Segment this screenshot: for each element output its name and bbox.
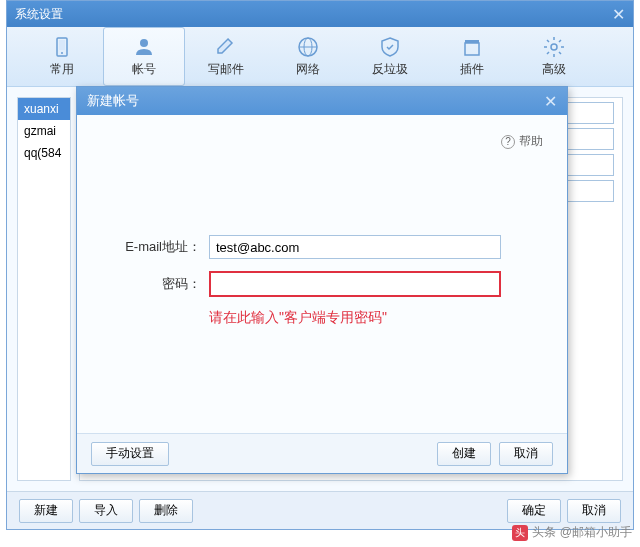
tab-plugins[interactable]: 插件 <box>431 27 513 86</box>
account-list[interactable]: xuanxi gzmai qq(584 <box>17 97 71 481</box>
help-icon: ? <box>501 135 515 149</box>
tab-network[interactable]: 网络 <box>267 27 349 86</box>
dialog-footer: 手动设置 创建 取消 <box>77 433 567 473</box>
dialog-title: 新建帐号 <box>87 92 139 110</box>
password-label: 密码： <box>101 275 201 293</box>
svg-rect-1 <box>59 40 65 50</box>
delete-button[interactable]: 删除 <box>139 499 193 523</box>
modal-cancel-button[interactable]: 取消 <box>499 442 553 466</box>
email-input[interactable] <box>209 235 501 259</box>
tab-compose[interactable]: 写邮件 <box>185 27 267 86</box>
phone-icon <box>50 35 74 59</box>
svg-rect-8 <box>465 40 479 43</box>
account-item[interactable]: qq(584 <box>18 142 70 164</box>
window-close-button[interactable]: ✕ <box>612 5 625 24</box>
help-label: 帮助 <box>519 133 543 150</box>
shield-icon <box>378 35 402 59</box>
help-link[interactable]: ? 帮助 <box>501 133 543 150</box>
cancel-button[interactable]: 取消 <box>567 499 621 523</box>
password-hint: 请在此输入"客户端专用密码" <box>209 309 501 327</box>
tab-account[interactable]: 帐号 <box>103 27 185 86</box>
compose-icon <box>214 35 238 59</box>
window-title: 系统设置 <box>15 6 63 23</box>
password-input[interactable] <box>209 271 501 297</box>
dialog-close-button[interactable]: ✕ <box>544 92 557 111</box>
globe-icon <box>296 35 320 59</box>
watermark: 头 头条 @邮箱小助手 <box>512 524 632 541</box>
svg-point-3 <box>140 39 148 47</box>
tab-label: 高级 <box>542 61 566 78</box>
account-item[interactable]: xuanxi <box>18 98 70 120</box>
dialog-body: ? 帮助 E-mail地址： 密码： 请在此输入"客户端专用密码" <box>77 115 567 433</box>
tab-label: 写邮件 <box>208 61 244 78</box>
svg-point-2 <box>61 52 63 54</box>
tab-general[interactable]: 常用 <box>21 27 103 86</box>
import-button[interactable]: 导入 <box>79 499 133 523</box>
watermark-icon: 头 <box>512 525 528 541</box>
create-button[interactable]: 创建 <box>437 442 491 466</box>
watermark-text: 头条 @邮箱小助手 <box>532 524 632 541</box>
tab-antispam[interactable]: 反垃圾 <box>349 27 431 86</box>
svg-point-9 <box>551 44 557 50</box>
manual-setup-button[interactable]: 手动设置 <box>91 442 169 466</box>
gear-icon <box>542 35 566 59</box>
new-account-dialog: 新建帐号 ✕ ? 帮助 E-mail地址： 密码： 请在此输入"客户端专用密码"… <box>76 86 568 474</box>
new-button[interactable]: 新建 <box>19 499 73 523</box>
toolbar-tabs: 常用 帐号 写邮件 网络 反垃圾 插件 高级 <box>7 27 633 87</box>
account-item[interactable]: gzmai <box>18 120 70 142</box>
email-label: E-mail地址： <box>101 238 201 256</box>
ok-button[interactable]: 确定 <box>507 499 561 523</box>
window-titlebar: 系统设置 ✕ <box>7 1 633 27</box>
tab-label: 帐号 <box>132 61 156 78</box>
svg-rect-7 <box>465 43 479 55</box>
person-icon <box>132 35 156 59</box>
tab-label: 常用 <box>50 61 74 78</box>
dialog-titlebar: 新建帐号 ✕ <box>77 87 567 115</box>
box-icon <box>460 35 484 59</box>
tab-label: 反垃圾 <box>372 61 408 78</box>
tab-label: 网络 <box>296 61 320 78</box>
tab-advanced[interactable]: 高级 <box>513 27 595 86</box>
tab-label: 插件 <box>460 61 484 78</box>
